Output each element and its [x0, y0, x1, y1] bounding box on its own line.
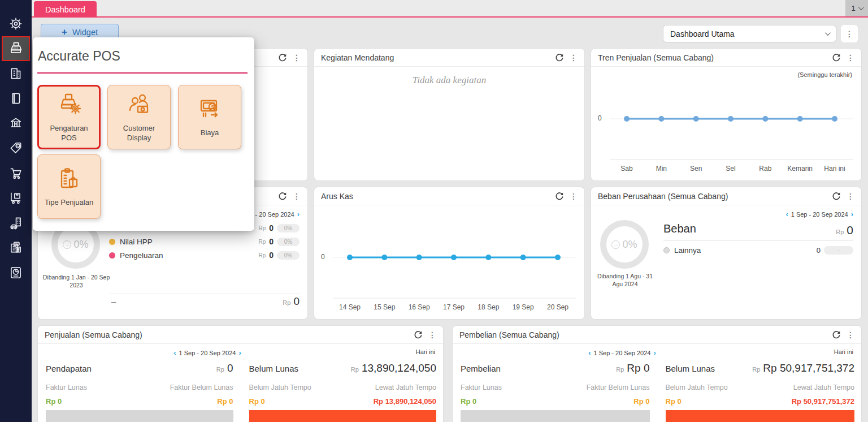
tab-count-dropdown[interactable]: 1: [845, 0, 868, 16]
ledger-icon: [8, 91, 23, 106]
compare-line2: 2023: [38, 281, 115, 289]
prev-period-chevron[interactable]: ‹: [785, 210, 788, 218]
sales-left-value: 0: [227, 362, 233, 374]
prev-period-chevron[interactable]: ‹: [173, 348, 176, 357]
compare-arrow-icon: →: [63, 240, 71, 249]
tile-tipe-penjualan[interactable]: Tipe Penjualan: [37, 154, 101, 219]
refresh-icon[interactable]: [278, 192, 287, 201]
x-axis-label: 15 Sep: [374, 303, 395, 311]
tab-dashboard[interactable]: Dashboard: [34, 1, 97, 18]
card-purchases: Pembelian (Semua Cabang) ⋮ ‹ 1 Sep - 20 …: [452, 325, 862, 422]
purchases-right-value: Rp 50,917,751,372: [763, 362, 854, 374]
kebab-icon[interactable]: ⋮: [847, 192, 854, 201]
x-axis-label: Rab: [759, 165, 771, 173]
x-axis-label: Sel: [726, 165, 735, 173]
currency-prefix: Rp: [836, 229, 844, 235]
card-sales-title: Penjualan (Semua Cabang): [45, 330, 142, 339]
refresh-icon[interactable]: [832, 192, 841, 201]
row-percent-pill: 0%: [277, 251, 300, 260]
purchases-left-column: Pembelian RpRp 0 Faktur LunasFaktur Belu…: [461, 362, 650, 422]
sidebar-item-settings[interactable]: [0, 11, 32, 36]
refresh-icon[interactable]: [832, 330, 841, 339]
purchases-columns: Pembelian RpRp 0 Faktur LunasFaktur Belu…: [461, 362, 854, 422]
sidebar-item-pos[interactable]: [2, 36, 30, 61]
sidebar-item-delivery[interactable]: [0, 186, 32, 210]
x-axis-label: 19 Sep: [513, 303, 534, 311]
currency-prefix: Rp: [283, 299, 290, 306]
tile-label: Biaya: [198, 128, 222, 137]
svg-text:$: $: [211, 104, 214, 110]
sub-label: Faktur Belum Lunas: [587, 384, 650, 391]
card-cash-flow: Arus Kas ⋮ 014 Sep15 Sep16 Sep17 Sep18 S…: [314, 187, 585, 320]
profit-row-label: Nilai HPP: [120, 238, 153, 246]
sales-left-column: Pendapatan Rp0 Faktur LunasFaktur Belum …: [46, 362, 233, 422]
kebab-icon[interactable]: ⋮: [293, 53, 301, 62]
compare-line1: Dibanding 1 Agu - 31: [588, 272, 662, 280]
kebab-icon[interactable]: ⋮: [428, 330, 436, 339]
kebab-icon[interactable]: ⋮: [293, 192, 301, 201]
row-value: 0: [269, 223, 274, 232]
refresh-icon[interactable]: [555, 192, 564, 201]
sidebar-item-company[interactable]: [0, 61, 32, 86]
sidebar-item-ledger[interactable]: [0, 86, 32, 111]
kebab-icon[interactable]: ⋮: [847, 53, 854, 62]
prev-period-chevron[interactable]: ‹: [588, 348, 591, 357]
sales-date-range: ‹ 1 Sep - 20 Sep 2024 ›: [173, 348, 241, 357]
date-range-label: 1 Sep - 20 Sep 2024: [791, 211, 848, 218]
sidebar-item-sales-rp[interactable]: Rp: [0, 136, 32, 161]
sales-right-label: Belum Lunas: [249, 364, 299, 373]
sales-type-icon: [55, 166, 83, 195]
refresh-icon[interactable]: [555, 53, 564, 62]
expenses-legend-row: Lainnya 0-: [663, 245, 853, 255]
sidebar-item-report[interactable]: [0, 260, 32, 285]
profit-total-dash: –: [111, 296, 116, 306]
sales-trend-chart: 0SabMinSenSelRabKemarinHari ini: [591, 67, 861, 180]
donut-percent: 0%: [622, 239, 637, 251]
kebab-icon[interactable]: ⋮: [570, 53, 578, 62]
tab-dashboard-label: Dashboard: [45, 5, 85, 14]
expenses-legend-label: Lainnya: [674, 246, 701, 255]
sub-label: Faktur Lunas: [46, 384, 87, 391]
x-axis-label: Min: [656, 165, 667, 173]
tile-pengaturan-pos[interactable]: Pengaturan POS: [37, 85, 101, 149]
next-period-chevron[interactable]: ›: [653, 348, 656, 357]
sales-left-bar: [46, 410, 233, 422]
sidebar-item-tax[interactable]: TAX: [0, 235, 32, 260]
legend-dot-pink: [109, 252, 115, 259]
popup-title: Accurate POS: [38, 49, 120, 64]
refresh-icon[interactable]: [414, 330, 423, 339]
price-tag-icon: Rp: [8, 141, 23, 156]
sales-columns: Pendapatan Rp0 Faktur LunasFaktur Belum …: [46, 362, 436, 422]
profit-row-label: Pengeluaran: [120, 251, 163, 260]
period-label: Hari ini: [834, 348, 853, 355]
kebab-icon[interactable]: ⋮: [847, 330, 854, 339]
sidebar-item-store[interactable]: [0, 111, 32, 136]
sub-value-paid: Rp 0: [46, 397, 62, 406]
tile-customer-display[interactable]: Customer Display: [107, 85, 171, 149]
sidebar-item-cart[interactable]: [0, 161, 32, 186]
card-sales-header: Penjualan (Semua Cabang) ⋮: [38, 326, 443, 344]
legend-dot-yellow: [109, 239, 115, 245]
dashboard-select[interactable]: Dashboard Utama: [663, 25, 836, 42]
pos-settings-icon: [55, 92, 83, 121]
refresh-icon[interactable]: [278, 53, 287, 62]
sales-period-label: Hari ini: [416, 348, 435, 355]
card-upcoming-title: Kegiatan Mendatang: [321, 53, 394, 62]
tab-count-value: 1: [851, 4, 855, 12]
next-period-chevron[interactable]: ›: [297, 210, 300, 218]
x-axis-label: 20 Sep: [547, 303, 568, 311]
currency-prefix: Rp: [258, 239, 266, 245]
next-period-chevron[interactable]: ›: [851, 210, 853, 218]
x-axis-label: 16 Sep: [409, 303, 430, 311]
purchases-right-column: Belum Lunas RpRp 50,917,751,372 Belum Ja…: [666, 362, 855, 422]
profit-total-value: 0: [293, 295, 300, 308]
sidebar-item-asset[interactable]: [0, 210, 32, 235]
next-period-chevron[interactable]: ›: [238, 348, 241, 357]
dashboard-menu-button[interactable]: ⋮: [841, 25, 858, 42]
purchases-left-label: Pembelian: [461, 364, 501, 373]
tile-biaya[interactable]: $ Biaya: [178, 85, 241, 149]
legend-percent-pill: -: [824, 246, 853, 255]
refresh-icon[interactable]: [832, 53, 841, 62]
kebab-icon[interactable]: ⋮: [570, 192, 578, 201]
sub-value-overdue: Rp 13,890,124,050: [374, 397, 436, 406]
